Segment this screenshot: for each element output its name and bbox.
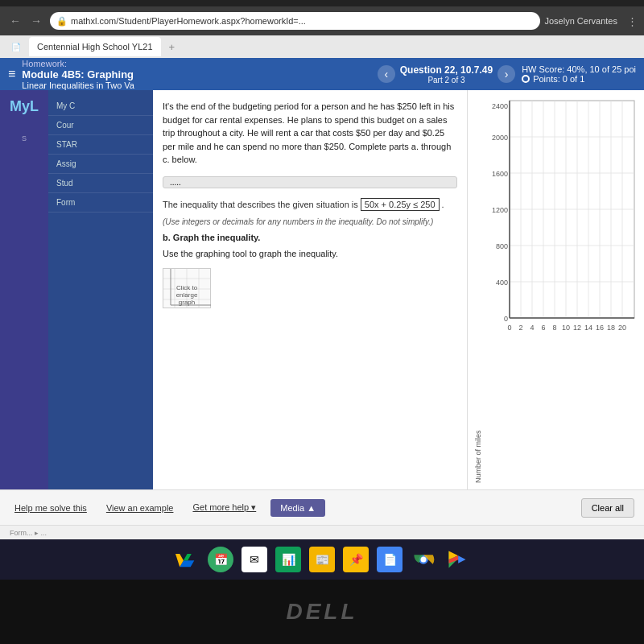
- hw-score: HW Score: 40%, 10 of 25 poi Points: 0 of…: [522, 64, 636, 84]
- svg-text:20: 20: [618, 324, 626, 332]
- points-text: Points: 0 of 1: [533, 74, 584, 84]
- dell-area: DELL: [0, 580, 644, 644]
- graph-tool: Click toenlargegraph: [163, 268, 457, 308]
- question-info: Question 22, 10.7.49 Part 2 of 3: [400, 64, 493, 85]
- keep-glyph: 📌: [349, 553, 363, 566]
- forms-label: Form... ▸ ...: [10, 529, 47, 537]
- lock-icon: 🔒: [56, 16, 68, 27]
- prev-question-button[interactable]: ‹: [378, 65, 395, 83]
- sidebar-item-student[interactable]: Stud: [48, 174, 153, 193]
- inequality-display: 50x + 0.25y ≤ 250: [361, 198, 440, 211]
- help-solve-button[interactable]: Help me solve this: [10, 500, 92, 516]
- sidebar-item-myc[interactable]: My C: [48, 97, 153, 116]
- taskbar-sheets-icon[interactable]: 📊: [275, 547, 301, 572]
- taskbar-gmail-icon[interactable]: ✉: [242, 547, 267, 572]
- hw-subtitle: Linear Inequalities in Two Va: [22, 80, 370, 90]
- svg-text:2000: 2000: [492, 134, 508, 142]
- sidebar-item-forms[interactable]: Form: [48, 193, 153, 213]
- clear-all-button[interactable]: Clear all: [581, 498, 634, 518]
- click-label: Click toenlargegraph: [176, 284, 198, 306]
- taskbar-chrome-icon[interactable]: [411, 547, 436, 572]
- graph-thumbnail[interactable]: Click toenlargegraph: [163, 268, 211, 308]
- taskbar-play-icon[interactable]: [444, 547, 470, 572]
- sidebar-item-stars[interactable]: STAR: [48, 135, 153, 155]
- address-bar[interactable]: 🔒 mathxl.com/Student/PlayerHomework.aspx…: [50, 12, 540, 30]
- svg-text:0: 0: [504, 315, 508, 323]
- taskbar: 📅 ✉ 📊 📰 📌 📄: [0, 539, 644, 580]
- problem-area: It's the end of the budgeting period for…: [153, 90, 467, 489]
- forward-button[interactable]: →: [27, 13, 45, 29]
- gmail-glyph: ✉: [250, 553, 259, 566]
- next-question-button[interactable]: ›: [497, 65, 515, 83]
- question-label: Question 22, 10.7.49: [400, 64, 493, 76]
- browser-chrome: ← → 🔒 mathxl.com/Student/PlayerHomework.…: [0, 6, 644, 35]
- more-help-button[interactable]: Get more help ▾: [188, 499, 261, 516]
- svg-text:2400: 2400: [492, 102, 508, 110]
- svg-text:0: 0: [507, 324, 511, 332]
- part-b-label: b. Graph the inequality.: [163, 233, 457, 242]
- bottom-toolbar: Help me solve this View an example Get m…: [0, 489, 644, 525]
- sidebar-s-label: S: [22, 134, 27, 142]
- sidebar-item-courses[interactable]: Cour: [48, 116, 153, 135]
- hamburger-menu[interactable]: ≡: [8, 67, 15, 81]
- svg-text:400: 400: [496, 279, 508, 287]
- hw-title-block: Homework: Module 4B5: Graphing Linear In…: [22, 59, 370, 90]
- svg-point-45: [421, 557, 427, 563]
- svg-text:10: 10: [562, 324, 570, 332]
- svg-text:16: 16: [596, 324, 604, 332]
- points-circle: [522, 75, 530, 83]
- svg-text:2: 2: [518, 324, 522, 332]
- docs-glyph: 📄: [383, 553, 397, 566]
- browser-nav: ← →: [6, 13, 45, 29]
- graph-container: Number of miles: [474, 97, 638, 483]
- url-text: mathxl.com/Student/PlayerHomework.aspx?h…: [71, 16, 306, 26]
- answer-area: The inequality that describes the given …: [163, 198, 457, 211]
- sheets-glyph: 📊: [282, 553, 295, 566]
- svg-text:1200: 1200: [492, 206, 508, 214]
- expand-button[interactable]: .....: [163, 176, 457, 188]
- taskbar-docs-icon[interactable]: 📄: [377, 547, 402, 572]
- taskbar-keep-icon[interactable]: 📌: [343, 547, 369, 572]
- svg-text:12: 12: [573, 324, 581, 332]
- slides-glyph: 📰: [316, 553, 329, 566]
- hint-text: (Use integers or decimals for any number…: [163, 217, 457, 226]
- graph-svg: 0 400 800 1200 1600 2000 2400 0 2 4 6: [485, 97, 638, 338]
- content-area: MyL S My C Cour STAR Assig Stud Form It'…: [0, 90, 644, 489]
- sidebar-item-assignments[interactable]: Assig: [48, 155, 153, 174]
- left-sidebar: MyL S: [0, 90, 48, 489]
- question-nav: ‹ Question 22, 10.7.49 Part 2 of 3 ›: [378, 64, 515, 85]
- media-button[interactable]: Media ▲: [270, 499, 325, 517]
- problem-text: It's the end of the budgeting period for…: [163, 100, 457, 167]
- forms-strip: Form... ▸ ...: [0, 525, 644, 539]
- full-page: ← → 🔒 mathxl.com/Student/PlayerHomework.…: [0, 0, 644, 644]
- svg-text:800: 800: [496, 242, 508, 250]
- answer-prefix: The inequality that describes the given …: [163, 200, 358, 209]
- tab-bar: 📄 Centennial High School YL21 +: [0, 35, 644, 58]
- svg-text:1600: 1600: [492, 170, 508, 178]
- taskbar-slides-icon[interactable]: 📰: [309, 547, 335, 572]
- laptop-top-border: [0, 0, 644, 6]
- svg-text:18: 18: [607, 324, 615, 332]
- svg-text:6: 6: [541, 324, 545, 332]
- score-text: HW Score: 40%, 10 of 25 poi: [522, 64, 636, 74]
- hw-title: Module 4B5: Graphing: [22, 68, 370, 80]
- points-row: Points: 0 of 1: [522, 74, 636, 84]
- user-info: Joselyn Cervantes: [545, 16, 618, 26]
- taskbar-calendar-icon[interactable]: 📅: [208, 547, 233, 572]
- active-tab[interactable]: Centennial High School YL21: [29, 37, 161, 56]
- svg-text:14: 14: [584, 324, 592, 332]
- browser-menu-icon[interactable]: ⋮: [627, 15, 638, 27]
- period: .: [442, 200, 444, 209]
- y-axis-label: Number of miles: [474, 97, 482, 483]
- calendar-glyph: 📅: [214, 553, 228, 566]
- taskbar-drive-icon[interactable]: [174, 547, 200, 572]
- graph-svg-wrapper[interactable]: 0 400 800 1200 1600 2000 2400 0 2 4 6: [485, 97, 638, 483]
- page-content: ≡ Homework: Module 4B5: Graphing Linear …: [0, 58, 644, 539]
- view-example-button[interactable]: View an example: [101, 500, 179, 516]
- new-tab-button[interactable]: +: [169, 41, 175, 53]
- back-button[interactable]: ←: [6, 13, 24, 29]
- part-b-instruction: Use the graphing tool to graph the inequ…: [163, 249, 457, 258]
- tab-favicon: 📄: [6, 41, 26, 53]
- svg-text:8: 8: [552, 324, 556, 332]
- graph-area: Number of miles: [467, 90, 644, 489]
